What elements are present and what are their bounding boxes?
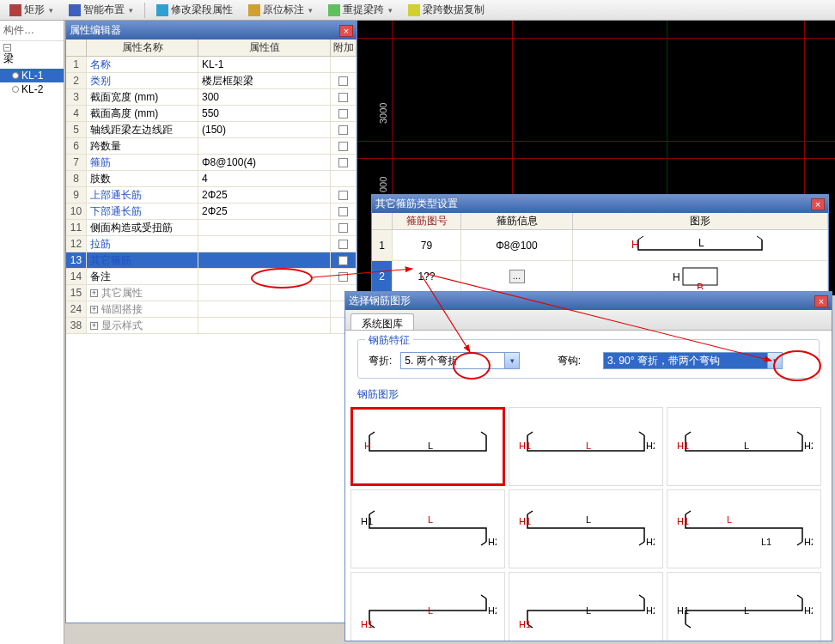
shape-option[interactable]: H1LH2 [509, 407, 663, 486]
stirrup-info[interactable]: … [461, 261, 573, 291]
property-row[interactable]: 6跨数量 [66, 138, 357, 155]
bend-combo[interactable]: ▾ [400, 352, 520, 369]
tab-system-library[interactable]: 系统图库 [350, 313, 414, 330]
svg-text:L: L [586, 514, 591, 525]
property-row[interactable]: 11侧面构造或受扭筋 [66, 220, 357, 236]
property-row[interactable]: 4截面高度 (mm)550 [66, 106, 357, 122]
property-row[interactable]: 1名称KL-1 [66, 57, 357, 73]
more-button[interactable]: … [509, 270, 525, 283]
tool-modify[interactable]: 修改梁段属性 [150, 0, 239, 20]
stirrup-shape: HL [573, 230, 828, 260]
plus-icon[interactable]: + [90, 306, 98, 313]
tool-smart[interactable]: 智能布置▾ [63, 0, 139, 20]
close-icon[interactable]: × [811, 198, 825, 210]
plus-icon[interactable]: + [90, 322, 98, 330]
property-value[interactable]: 楼层框架梁 [198, 73, 331, 88]
tree-toggle-icon[interactable]: − [3, 44, 11, 52]
property-row[interactable]: 7箍筋Φ8@100(4) [66, 155, 357, 171]
property-row[interactable]: 13其它箍筋 [66, 252, 357, 269]
hook-combo[interactable]: ▾ [603, 352, 783, 369]
tool-copy[interactable]: 梁跨数据复制 [402, 0, 491, 20]
svg-text:H1: H1 [361, 619, 373, 629]
checkbox[interactable] [338, 240, 348, 249]
property-value[interactable]: (150) [198, 122, 331, 137]
property-editor-title-bar[interactable]: 属性编辑器 × [66, 21, 357, 39]
tree-item[interactable]: KL-2 [0, 82, 64, 96]
property-row[interactable]: 10下部通长筋2Φ25 [66, 204, 357, 220]
shape-option[interactable]: H1LH2 [509, 489, 663, 568]
bend-input[interactable] [401, 353, 504, 368]
property-value[interactable]: 4 [198, 171, 331, 186]
property-value[interactable]: KL-1 [198, 57, 331, 72]
hook-label: 弯钩: [558, 354, 600, 368]
property-group-row[interactable]: 24+锚固搭接 [66, 301, 357, 318]
svg-text:L: L [428, 440, 433, 451]
stirrup-row[interactable]: 179Φ8@100HL [372, 230, 828, 261]
property-value[interactable]: 300 [198, 89, 331, 105]
shape-option[interactable]: H1LH2 [667, 572, 821, 641]
property-row[interactable]: 8肢数4 [66, 171, 357, 187]
chevron-down-icon[interactable]: ▾ [504, 353, 519, 368]
property-row[interactable]: 5轴线距梁左边线距(150) [66, 122, 357, 138]
shape-option[interactable]: H1LH2 [350, 572, 505, 641]
tree-item[interactable]: KL-1 [0, 69, 64, 82]
checkbox[interactable] [338, 223, 348, 233]
property-group-row[interactable]: 38+显示样式 [66, 318, 357, 334]
shape-option[interactable]: H1LH2 [350, 489, 505, 568]
checkbox[interactable] [338, 191, 348, 200]
property-value[interactable] [198, 269, 331, 284]
plus-icon[interactable]: + [90, 289, 98, 297]
property-value[interactable]: 2Φ25 [198, 204, 331, 219]
property-value[interactable] [198, 252, 331, 268]
stirrup-column-header: 箍筋图号 箍筋信息 图形 [372, 213, 828, 230]
property-name: 截面宽度 (mm) [87, 89, 198, 105]
checkbox[interactable] [338, 109, 348, 118]
select-shape-title-bar[interactable]: 选择钢筋图形 × [345, 292, 832, 310]
property-row[interactable]: 12拉筋 [66, 236, 357, 252]
property-value[interactable] [198, 220, 331, 235]
shape-option[interactable]: H1LH2 [509, 572, 663, 641]
property-name: 轴线距梁左边线距 [87, 122, 198, 137]
svg-text:L: L [586, 440, 591, 451]
property-group-row[interactable]: 15+其它属性 [66, 285, 357, 301]
tree-root[interactable]: −梁 [0, 41, 64, 69]
checkbox[interactable] [338, 93, 348, 102]
tool-rect[interactable]: 矩形▾ [3, 0, 59, 20]
property-name: 其它箍筋 [87, 252, 198, 268]
property-value[interactable]: 550 [198, 106, 331, 121]
property-name: 拉筋 [87, 236, 198, 252]
property-value[interactable] [198, 236, 331, 252]
tool-reextract[interactable]: 重提梁跨▾ [322, 0, 399, 20]
property-value[interactable] [198, 138, 331, 154]
stirrup-info[interactable]: Φ8@100 [461, 230, 573, 260]
shape-option[interactable]: H1LH2 [667, 407, 821, 486]
shape-option[interactable]: H1LL1H2 [667, 489, 821, 568]
property-row[interactable]: 9上部通长筋2Φ25 [66, 187, 357, 204]
chevron-down-icon[interactable]: ▾ [767, 353, 782, 368]
close-icon[interactable]: × [814, 295, 828, 307]
checkbox[interactable] [338, 76, 348, 86]
close-icon[interactable]: × [339, 25, 353, 37]
property-body[interactable]: 1名称KL-12类别楼层框架梁3截面宽度 (mm)3004截面高度 (mm)55… [66, 57, 357, 623]
stirrup-row[interactable]: 21??…HB [372, 261, 828, 292]
property-row[interactable]: 14备注 [66, 269, 357, 285]
shape-option[interactable]: HL [350, 407, 505, 486]
svg-text:L: L [698, 237, 704, 249]
hook-input[interactable] [604, 353, 767, 368]
property-row[interactable]: 3截面宽度 (mm)300 [66, 89, 357, 106]
other-stirrup-title-bar[interactable]: 其它箍筋类型设置 × [372, 195, 828, 213]
checkbox[interactable] [338, 256, 348, 265]
checkbox[interactable] [338, 125, 348, 135]
checkbox[interactable] [338, 142, 348, 151]
tool-orig-note[interactable]: 原位标注▾ [242, 0, 319, 20]
property-row[interactable]: 2类别楼层框架梁 [66, 73, 357, 89]
checkbox[interactable] [338, 272, 348, 282]
checkbox[interactable] [338, 207, 348, 216]
checkbox[interactable] [338, 158, 348, 167]
stirrup-code[interactable]: 1?? [393, 261, 461, 291]
property-value[interactable]: 2Φ25 [198, 187, 331, 203]
property-value[interactable]: Φ8@100(4) [198, 155, 331, 170]
property-name: 上部通长筋 [87, 187, 198, 203]
svg-text:H1: H1 [677, 440, 689, 451]
stirrup-code[interactable]: 79 [393, 230, 461, 260]
